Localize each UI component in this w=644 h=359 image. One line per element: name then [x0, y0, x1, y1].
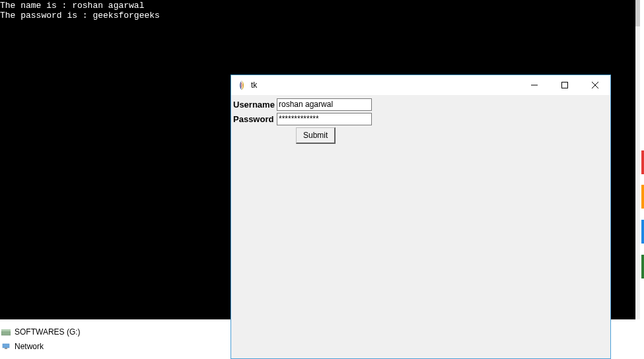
- submit-row: Submit: [233, 126, 608, 144]
- drive-item-softwares[interactable]: SOFTWARES (G:): [0, 325, 231, 339]
- window-controls: [519, 75, 610, 95]
- explorer-sidebar: SOFTWARES (G:) Network: [0, 319, 231, 359]
- svg-rect-2: [3, 344, 9, 348]
- terminal-output-line: The name is : roshan agarwal: [0, 1, 144, 11]
- username-label: Username: [233, 100, 277, 110]
- edge-accent: [641, 150, 644, 174]
- username-input[interactable]: [277, 98, 372, 111]
- edge-accent: [641, 220, 644, 244]
- username-row: Username: [233, 97, 608, 112]
- network-item[interactable]: Network: [0, 339, 231, 354]
- network-icon: [1, 343, 11, 350]
- password-input[interactable]: [277, 113, 372, 125]
- edge-accent: [641, 255, 644, 278]
- right-edge-decoration: [640, 0, 644, 359]
- submit-button[interactable]: Submit: [296, 127, 336, 144]
- password-label: Password: [233, 114, 277, 124]
- tk-titlebar[interactable]: tk: [231, 75, 610, 95]
- svg-rect-0: [1, 331, 11, 335]
- tk-title-text: tk: [251, 81, 257, 90]
- network-label: Network: [15, 342, 44, 351]
- svg-rect-1: [1, 329, 11, 331]
- minimize-button[interactable]: [519, 75, 550, 95]
- svg-rect-3: [5, 348, 7, 349]
- tk-window: tk Username Password Submit: [231, 75, 611, 359]
- close-button[interactable]: [580, 75, 610, 95]
- tk-app-icon: [236, 80, 247, 90]
- drive-label: SOFTWARES (G:): [15, 327, 81, 337]
- drive-icon: [1, 328, 11, 336]
- terminal-output-line: The password is : geeksforgeeks: [0, 11, 160, 20]
- edge-accent: [641, 185, 644, 209]
- password-row: Password: [233, 112, 608, 126]
- maximize-button[interactable]: [550, 75, 580, 95]
- svg-rect-5: [562, 82, 568, 88]
- tk-form-body: Username Password Submit: [231, 95, 610, 146]
